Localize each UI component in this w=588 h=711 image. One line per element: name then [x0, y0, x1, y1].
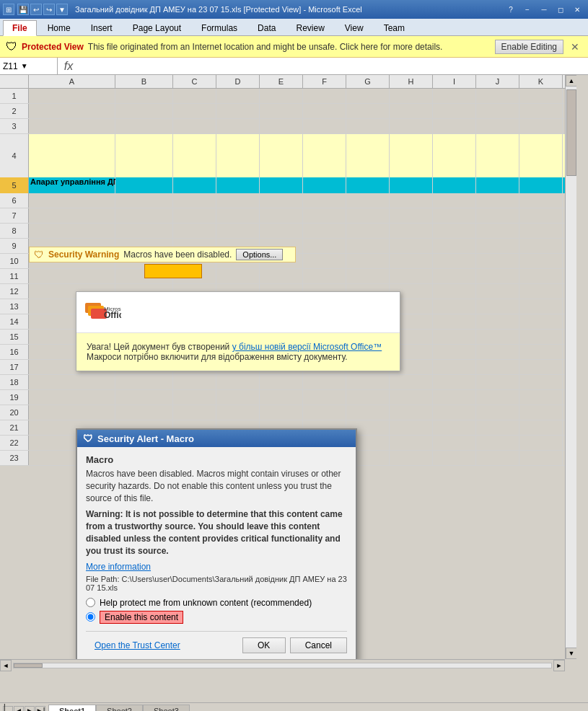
tab-review[interactable]: Review — [286, 20, 333, 35]
tab-team[interactable]: Team — [374, 20, 414, 35]
cell-f5[interactable] — [303, 177, 346, 193]
cell-f4[interactable] — [303, 134, 346, 177]
cell-h20[interactable] — [390, 405, 433, 420]
cell-g2[interactable] — [346, 104, 390, 118]
customize-icon[interactable]: ▼ — [56, 4, 68, 15]
cell-h11[interactable] — [390, 269, 433, 283]
cell-d20[interactable] — [216, 405, 260, 420]
cell-g11[interactable] — [346, 269, 390, 283]
cell-i3[interactable] — [433, 119, 476, 133]
cell-f7[interactable] — [303, 208, 346, 223]
cell-i16[interactable] — [433, 345, 476, 359]
cell-g19[interactable] — [346, 390, 390, 405]
office-notice-link[interactable]: у більш новій версії Microsoft Office™ — [232, 342, 382, 352]
cell-i18[interactable] — [433, 375, 476, 389]
cell-c20[interactable] — [173, 405, 216, 420]
cell-g3[interactable] — [346, 119, 390, 133]
cell-e8[interactable] — [260, 224, 303, 238]
cell-k8[interactable] — [519, 224, 563, 238]
cell-c8[interactable] — [173, 224, 216, 238]
hscroll-thumb[interactable] — [14, 663, 43, 668]
cell-j15[interactable] — [476, 330, 519, 344]
cell-j7[interactable] — [476, 208, 519, 223]
cell-f3[interactable] — [303, 119, 346, 133]
cell-h22[interactable] — [390, 436, 433, 450]
cell-i11[interactable] — [433, 269, 476, 283]
cell-c18[interactable] — [173, 375, 216, 389]
cell-g18[interactable] — [346, 375, 390, 389]
cell-f11[interactable] — [303, 269, 346, 283]
cell-k6[interactable] — [519, 193, 563, 208]
cell-d2[interactable] — [216, 104, 260, 118]
cell-i2[interactable] — [433, 104, 476, 118]
cell-g1[interactable] — [346, 89, 390, 103]
col-header-j[interactable]: J — [476, 75, 519, 88]
cell-i17[interactable] — [433, 360, 476, 374]
col-header-b[interactable]: B — [115, 75, 173, 88]
cell-j3[interactable] — [476, 119, 519, 133]
cell-h8[interactable] — [390, 224, 433, 238]
cell-g7[interactable] — [346, 208, 390, 223]
cell-c6[interactable] — [173, 193, 216, 208]
cell-c4[interactable] — [173, 134, 216, 177]
restore-btn[interactable]: ◻ — [553, 3, 569, 16]
scroll-left-btn[interactable]: ◄ — [0, 660, 12, 671]
cell-k22[interactable] — [519, 436, 563, 450]
cell-h6[interactable] — [390, 193, 433, 208]
cell-j13[interactable] — [476, 299, 519, 314]
cell-j17[interactable] — [476, 360, 519, 374]
cell-e4[interactable] — [260, 134, 303, 177]
cell-i6[interactable] — [433, 193, 476, 208]
cell-c19[interactable] — [173, 390, 216, 405]
cell-k5[interactable] — [519, 177, 563, 193]
cell-i12[interactable] — [433, 284, 476, 299]
cell-i22[interactable] — [433, 436, 476, 450]
cell-h19[interactable] — [390, 390, 433, 405]
cell-i19[interactable] — [433, 390, 476, 405]
tab-view[interactable]: View — [335, 20, 373, 35]
cell-b8[interactable] — [115, 224, 173, 238]
help-icon[interactable]: ? — [503, 3, 519, 16]
cell-g5[interactable] — [346, 177, 390, 193]
cell-k13[interactable] — [519, 299, 563, 314]
cell-a18[interactable] — [29, 375, 115, 389]
col-header-g[interactable]: G — [346, 75, 390, 88]
cell-h10[interactable] — [390, 254, 433, 268]
cell-j1[interactable] — [476, 89, 519, 103]
cell-k10[interactable] — [519, 254, 563, 268]
cell-a8[interactable] — [29, 224, 115, 238]
cell-j6[interactable] — [476, 193, 519, 208]
cell-c3[interactable] — [173, 119, 216, 133]
cell-e3[interactable] — [260, 119, 303, 133]
cell-e5[interactable] — [260, 177, 303, 193]
cell-g9[interactable] — [346, 239, 390, 253]
tab-formulas[interactable]: Formulas — [192, 20, 247, 35]
cell-k11[interactable] — [519, 269, 563, 283]
cell-i9[interactable] — [433, 239, 476, 253]
scroll-thumb[interactable] — [566, 89, 576, 176]
col-header-h[interactable]: H — [390, 75, 433, 88]
cell-k15[interactable] — [519, 330, 563, 344]
cell-e1[interactable] — [260, 89, 303, 103]
cell-h2[interactable] — [390, 104, 433, 118]
cell-d8[interactable] — [216, 224, 260, 238]
vertical-scrollbar[interactable]: ▲ ▼ — [565, 75, 576, 659]
radio-enable-content[interactable]: Enable this content — [86, 611, 347, 624]
cell-k4[interactable] — [519, 134, 563, 177]
options-button[interactable]: Options... — [236, 249, 283, 260]
cell-i14[interactable] — [433, 314, 476, 329]
sheet-nav-prev[interactable]: ◄ — [14, 706, 24, 712]
cell-j11[interactable] — [476, 269, 519, 283]
ribbon-toggle-icon[interactable]: − — [519, 3, 535, 16]
cell-d19[interactable] — [216, 390, 260, 405]
sheet-tab-sheet3[interactable]: Sheet3 — [143, 705, 190, 711]
cell-k19[interactable] — [519, 390, 563, 405]
cell-k14[interactable] — [519, 314, 563, 329]
formula-input[interactable] — [79, 61, 588, 71]
cell-b4[interactable] — [115, 134, 173, 177]
cell-i1[interactable] — [433, 89, 476, 103]
cell-j21[interactable] — [476, 420, 519, 435]
cell-j20[interactable] — [476, 405, 519, 420]
tab-insert[interactable]: Insert — [82, 20, 122, 35]
cell-g6[interactable] — [346, 193, 390, 208]
